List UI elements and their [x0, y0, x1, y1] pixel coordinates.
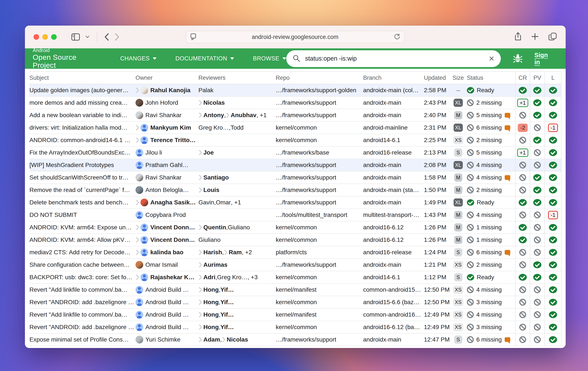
change-reviewers[interactable]: Harish, Ram, +2: [199, 246, 276, 258]
owner-name[interactable]: Jilou li: [145, 149, 162, 156]
change-subject[interactable]: Revert "Add linkfile to common/.ba…: [29, 309, 136, 321]
change-repo[interactable]: kernel/common: [276, 234, 363, 246]
new-tab-icon[interactable]: [531, 33, 539, 41]
change-repo[interactable]: kernel/common: [276, 321, 363, 333]
nav-changes[interactable]: CHANGES: [120, 55, 157, 62]
col-reviewers[interactable]: Reviewers: [199, 72, 276, 84]
change-branch[interactable]: android14-6.1: [363, 134, 424, 146]
person-name[interactable]: Todd: [231, 124, 243, 131]
change-branch[interactable]: multitest-transport-…: [363, 209, 424, 221]
person-name[interactable]: Yif…: [220, 299, 234, 306]
nav-browse[interactable]: BROWSE: [253, 55, 286, 62]
change-reviewers[interactable]: Antony, Anubhav, +1: [199, 109, 276, 121]
person-name[interactable]: Hong: [203, 311, 219, 318]
owner-name[interactable]: Ravi Shankar: [145, 174, 181, 181]
change-repo[interactable]: kernel/common: [276, 271, 363, 283]
change-reviewers[interactable]: Louis: [199, 184, 276, 196]
change-repo[interactable]: kernel/common: [276, 296, 363, 308]
change-reviewers[interactable]: Aurimas: [199, 259, 276, 271]
change-row[interactable]: Update golden images (auto-gener… Rahul …: [29, 84, 562, 97]
owner-name[interactable]: Copybara Prod: [145, 211, 186, 218]
change-row[interactable]: ANDROID: KVM: arm64: Expose un… Vincent …: [29, 221, 562, 234]
change-repo[interactable]: …/frameworks/base: [276, 147, 363, 159]
person-name[interactable]: Nicolas: [227, 336, 248, 343]
change-owner[interactable]: Ravi Shankar: [136, 172, 199, 184]
change-row[interactable]: drivers: virt: Initialization halla mod……: [29, 122, 562, 134]
owner-name[interactable]: Android Build …: [145, 286, 189, 293]
change-row[interactable]: Share configuration cache between… Omar …: [29, 259, 562, 271]
change-branch[interactable]: androidx-main: [363, 109, 424, 121]
change-repo[interactable]: kernel/common: [276, 122, 363, 134]
change-row[interactable]: Add a new boolean variable to indi… Ravi…: [29, 109, 562, 122]
change-branch[interactable]: android14-6.1: [363, 271, 424, 283]
owner-name[interactable]: kalinda bao: [150, 249, 183, 256]
owner-name[interactable]: Mankyum Kim: [150, 124, 191, 131]
change-row[interactable]: Revert "Add linkfile to common/.ba… Andr…: [29, 284, 562, 296]
change-owner[interactable]: John Hoford: [136, 97, 199, 109]
change-row[interactable]: [WIP] MeshGradient Prototypes Pratham Ga…: [29, 159, 562, 172]
forward-button[interactable]: [115, 33, 119, 41]
change-subject[interactable]: ANDROID: KVM: arm64: Allow pKV…: [29, 234, 136, 246]
person-name[interactable]: Giuliano: [228, 224, 250, 231]
person-name[interactable]: Yif…: [220, 311, 234, 318]
change-reviewers[interactable]: Gavin, Omar, +1: [199, 196, 276, 208]
change-repo[interactable]: kernel/manifest: [276, 284, 363, 296]
sidebar-icon[interactable]: [71, 33, 80, 41]
change-owner[interactable]: Ravi Shankar: [136, 109, 199, 121]
change-owner[interactable]: Anton Belogla…: [136, 184, 199, 196]
change-subject[interactable]: Share configuration cache between…: [29, 259, 136, 271]
change-repo[interactable]: …/frameworks/support: [276, 184, 363, 196]
reload-icon[interactable]: [394, 33, 400, 41]
person-name[interactable]: Joe: [203, 149, 214, 156]
change-owner[interactable]: Pratham Gahl…: [136, 159, 199, 171]
change-owner[interactable]: Yuri Schimke: [136, 334, 199, 346]
change-branch[interactable]: common-android15…: [363, 284, 424, 296]
change-reviewers[interactable]: Nicolas: [199, 97, 276, 109]
change-owner[interactable]: Mankyum Kim: [136, 122, 199, 134]
change-repo[interactable]: …/tools/multitest_transport: [276, 209, 363, 221]
change-subject[interactable]: ANDROID: common-android14-6.1 …: [29, 134, 136, 146]
person-name[interactable]: Quentin: [203, 224, 226, 231]
address-bar[interactable]: android-review.googlesource.com: [186, 31, 405, 43]
change-subject[interactable]: DO NOT SUBMIT: [29, 209, 136, 221]
owner-name[interactable]: Anagha Sasik…: [150, 199, 196, 206]
change-repo[interactable]: …/frameworks/support: [276, 109, 363, 121]
person-name[interactable]: Hong: [203, 299, 219, 306]
change-repo[interactable]: kernel/common: [276, 221, 363, 233]
close-window-button[interactable]: [33, 34, 39, 40]
change-repo[interactable]: …/frameworks/support: [276, 259, 363, 271]
change-reviewers[interactable]: Hong, Yif…: [199, 284, 276, 296]
change-subject[interactable]: ANDROID: KVM: arm64: Expose un…: [29, 221, 136, 233]
col-owner[interactable]: Owner: [136, 72, 199, 84]
tab-overview-icon[interactable]: [548, 32, 557, 42]
person-name[interactable]: Nicolas: [203, 99, 225, 106]
person-name[interactable]: Louis: [203, 186, 220, 194]
person-name[interactable]: Hong: [203, 324, 219, 331]
change-reviewers[interactable]: Santiago: [199, 172, 276, 184]
change-branch[interactable]: androidx-main: [363, 97, 424, 109]
person-name[interactable]: Gavin: [199, 199, 214, 206]
change-repo[interactable]: …/frameworks/support: [276, 196, 363, 208]
change-owner[interactable]: Android Build …: [136, 284, 199, 296]
change-repo[interactable]: …/frameworks/support-golden: [276, 84, 363, 96]
change-row[interactable]: Revert "ANDROID: add .bazelignore … Andr…: [29, 321, 562, 334]
owner-name[interactable]: Anton Belogla…: [145, 186, 189, 194]
change-subject[interactable]: Fix the ArrayIndexOutOfBoundsExc…: [29, 147, 136, 159]
change-subject[interactable]: Add a new boolean variable to indi…: [29, 109, 136, 121]
zoom-window-button[interactable]: [51, 34, 57, 40]
change-owner[interactable]: Terence Tritto…: [136, 134, 199, 146]
site-logo[interactable]: Android Open Source Project: [33, 48, 101, 69]
change-owner[interactable]: Android Build …: [136, 321, 199, 333]
change-branch[interactable]: android15-6.6 (baz…: [363, 296, 424, 308]
change-branch[interactable]: androidx-main: [363, 172, 424, 184]
person-name[interactable]: Greg Kro…: [199, 124, 229, 131]
change-subject[interactable]: drivers: virt: Initialization halla mod…: [29, 122, 136, 134]
change-subject[interactable]: BACKPORT: usb: dwc3: core: Set fo…: [29, 271, 136, 283]
change-owner[interactable]: Rajashekar K…: [136, 271, 199, 283]
change-branch[interactable]: androidx-main: [363, 159, 424, 171]
change-subject[interactable]: Expose minimal set of Profile Cons…: [29, 334, 136, 346]
change-branch[interactable]: androidx-main (col…: [363, 84, 424, 96]
person-name[interactable]: Antony: [203, 112, 224, 119]
url-text[interactable]: android-review.googlesource.com: [197, 34, 394, 40]
owner-name[interactable]: Rajashekar K…: [150, 274, 194, 281]
